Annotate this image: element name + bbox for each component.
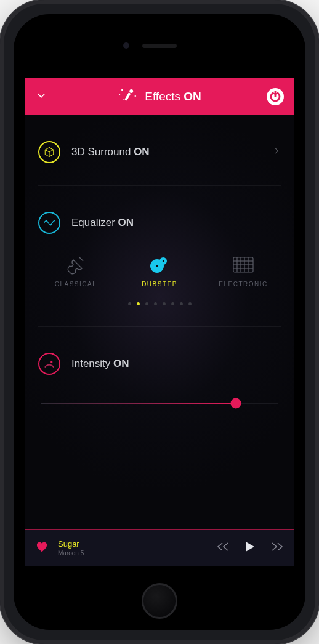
pagination-dot[interactable] bbox=[163, 302, 166, 305]
preset-classical[interactable]: CLASSICAL bbox=[42, 255, 110, 288]
effects-sparkle-icon bbox=[118, 86, 139, 107]
svg-marker-26 bbox=[246, 542, 254, 552]
eq-preset-carousel[interactable]: CLASSICAL DUBSTEP bbox=[38, 244, 281, 294]
svg-point-2 bbox=[121, 89, 123, 91]
play-button[interactable] bbox=[245, 541, 255, 555]
pagination-dot[interactable] bbox=[171, 302, 174, 305]
slider-thumb[interactable] bbox=[230, 398, 241, 409]
gauge-icon bbox=[43, 358, 55, 370]
svg-point-10 bbox=[46, 220, 47, 222]
pagination-dot[interactable] bbox=[154, 302, 157, 305]
disc-icon bbox=[147, 255, 172, 275]
equalizer-label: Equalizer ON bbox=[71, 217, 134, 229]
favorite-button[interactable] bbox=[36, 541, 48, 555]
pagination-dot[interactable] bbox=[128, 302, 131, 305]
surround-row[interactable]: 3D Surround ON bbox=[38, 115, 281, 185]
svg-line-12 bbox=[79, 257, 83, 261]
preset-electronic-label: ELECTRONIC bbox=[219, 281, 267, 288]
intensity-label: Intensity ON bbox=[71, 358, 129, 370]
next-icon bbox=[271, 542, 283, 551]
svg-rect-0 bbox=[124, 92, 131, 101]
header-bar: Effects ON bbox=[25, 78, 294, 115]
svg-point-16 bbox=[163, 260, 164, 262]
pagination-dot[interactable] bbox=[180, 302, 183, 305]
intensity-slider[interactable] bbox=[41, 397, 278, 409]
pagination-dot[interactable] bbox=[137, 302, 140, 305]
next-button[interactable] bbox=[271, 542, 283, 553]
grid-icon bbox=[230, 255, 256, 275]
chevron-right-icon bbox=[272, 145, 281, 159]
now-playing-text: Sugar Maroon 5 bbox=[58, 539, 207, 557]
svg-rect-9 bbox=[275, 91, 277, 95]
pagination-dot[interactable] bbox=[188, 302, 192, 305]
front-camera bbox=[123, 42, 129, 49]
play-icon bbox=[245, 541, 255, 552]
header-title: Effects ON bbox=[145, 90, 201, 103]
track-title: Sugar bbox=[58, 539, 207, 549]
app-screen: Effects ON bbox=[25, 78, 294, 566]
bezel: Effects ON bbox=[14, 14, 305, 630]
pagination-dot[interactable] bbox=[145, 302, 148, 305]
now-playing-bar[interactable]: Sugar Maroon 5 bbox=[25, 529, 294, 566]
svg-point-15 bbox=[156, 265, 158, 267]
previous-icon bbox=[217, 542, 229, 551]
slider-fill bbox=[41, 403, 236, 404]
svg-point-1 bbox=[129, 89, 133, 93]
equalizer-icon-ring bbox=[38, 212, 60, 234]
transport-controls bbox=[217, 541, 283, 555]
earpiece-speaker bbox=[142, 44, 177, 48]
home-button[interactable] bbox=[142, 583, 177, 619]
equalizer-row: Equalizer ON bbox=[38, 186, 281, 244]
collapse-button[interactable] bbox=[34, 89, 48, 105]
preset-classical-label: CLASSICAL bbox=[55, 281, 97, 288]
svg-point-4 bbox=[123, 99, 124, 100]
power-toggle-button[interactable] bbox=[266, 87, 285, 106]
wave-icon bbox=[43, 217, 55, 229]
power-icon bbox=[267, 88, 284, 105]
svg-point-11 bbox=[50, 224, 51, 225]
previous-button[interactable] bbox=[217, 542, 229, 553]
preset-dubstep[interactable]: DUBSTEP bbox=[126, 255, 193, 288]
chevron-down-icon bbox=[34, 89, 48, 102]
svg-point-3 bbox=[119, 94, 120, 95]
phone-frame: Effects ON bbox=[0, 0, 319, 644]
intensity-row: Intensity ON bbox=[38, 327, 281, 381]
surround-icon-ring bbox=[38, 141, 60, 163]
preset-dubstep-label: DUBSTEP bbox=[142, 281, 177, 288]
svg-point-25 bbox=[50, 361, 52, 363]
intensity-icon-ring bbox=[38, 353, 60, 375]
preset-electronic[interactable]: ELECTRONIC bbox=[209, 255, 277, 288]
track-artist: Maroon 5 bbox=[58, 550, 207, 557]
surround-label: 3D Surround ON bbox=[71, 146, 150, 158]
heart-icon bbox=[36, 541, 48, 552]
carousel-pagination[interactable] bbox=[38, 294, 281, 326]
cube-3d-icon bbox=[44, 147, 55, 158]
violin-icon bbox=[63, 255, 89, 275]
